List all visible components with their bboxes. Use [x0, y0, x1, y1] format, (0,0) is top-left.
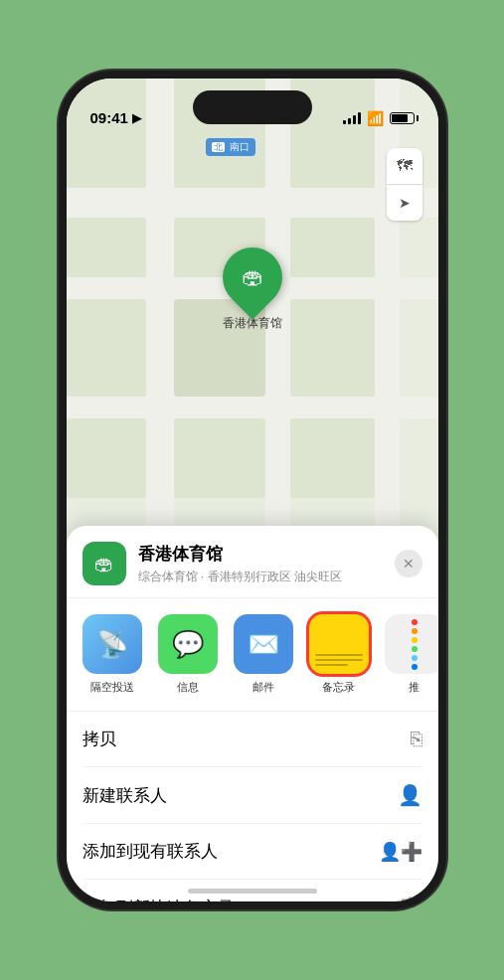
location-arrow-icon: ▶	[132, 111, 141, 125]
action-list: 拷贝 ⎘ 新建联系人 👤 添加到现有联系人 👤➕ 添加到新快速备忘录 📋 打印 …	[67, 712, 438, 909]
close-button[interactable]: ✕	[395, 550, 422, 577]
status-time: 09:41	[90, 109, 128, 126]
location-button[interactable]: ➤	[387, 185, 422, 221]
location-info: 香港体育馆 综合体育馆 · 香港特别行政区 油尖旺区	[138, 543, 395, 585]
messages-label: 信息	[177, 680, 199, 695]
location-card-icon: 🏟	[83, 542, 126, 585]
share-item-airdrop[interactable]: 📡 隔空投送	[83, 614, 142, 695]
phone-frame: 09:41 ▶ 📶	[59, 71, 446, 909]
more-label: 推	[409, 680, 420, 695]
copy-icon: ⎘	[411, 728, 422, 750]
svg-rect-14	[174, 418, 265, 498]
notes-icon	[309, 614, 369, 674]
location-name: 香港体育馆	[138, 543, 395, 566]
svg-rect-9	[290, 218, 375, 277]
mail-icon: ✉️	[234, 614, 293, 674]
share-item-more[interactable]: 推	[385, 614, 438, 695]
svg-rect-4	[146, 79, 174, 556]
quick-note-icon: 📋	[398, 896, 422, 909]
svg-rect-15	[290, 418, 375, 498]
airdrop-label: 隔空投送	[90, 680, 134, 695]
pin-circle: 🏟	[210, 236, 294, 320]
pin-icon: 🏟	[242, 264, 263, 290]
share-row: 📡 隔空投送 💬 信息 ✉️ 邮件	[67, 598, 438, 712]
action-quick-note[interactable]: 添加到新快速备忘录 📋	[83, 880, 422, 909]
add-existing-icon: 👤➕	[379, 841, 422, 863]
bottom-sheet: 🏟 香港体育馆 综合体育馆 · 香港特别行政区 油尖旺区 ✕ 📡 隔空投送 💬	[67, 526, 438, 901]
mail-label: 邮件	[252, 680, 274, 695]
add-existing-label: 添加到现有联系人	[83, 840, 218, 863]
airdrop-icon: 📡	[83, 614, 142, 674]
more-icon	[385, 614, 438, 674]
svg-rect-13	[67, 418, 146, 498]
notes-label: 备忘录	[322, 680, 355, 695]
action-new-contact[interactable]: 新建联系人 👤	[83, 767, 422, 824]
share-item-mail[interactable]: ✉️ 邮件	[234, 614, 293, 695]
messages-icon: 💬	[158, 614, 218, 674]
map-area: 北 南口 🗺 ➤ 🏟 香港体育馆	[67, 79, 438, 556]
map-entrance-label: 北 南口	[206, 138, 256, 156]
share-item-messages[interactable]: 💬 信息	[158, 614, 218, 695]
svg-rect-10	[67, 299, 146, 397]
battery-icon	[390, 112, 415, 124]
new-contact-icon: 👤	[398, 783, 422, 807]
action-copy[interactable]: 拷贝 ⎘	[83, 712, 422, 767]
wifi-icon: 📶	[367, 110, 384, 126]
svg-rect-7	[67, 218, 146, 277]
map-controls[interactable]: 🗺 ➤	[387, 148, 422, 221]
quick-note-label: 添加到新快速备忘录	[83, 897, 235, 910]
svg-rect-12	[290, 299, 375, 397]
map-view-toggle-button[interactable]: 🗺	[387, 148, 422, 184]
status-icons: 📶	[343, 110, 415, 126]
home-indicator	[188, 889, 317, 894]
location-subtitle: 综合体育馆 · 香港特别行政区 油尖旺区	[138, 569, 395, 585]
copy-label: 拷贝	[83, 728, 116, 750]
location-card: 🏟 香港体育馆 综合体育馆 · 香港特别行政区 油尖旺区 ✕	[67, 526, 438, 598]
share-item-notes[interactable]: 备忘录	[309, 614, 369, 695]
dynamic-island	[193, 90, 312, 124]
new-contact-label: 新建联系人	[83, 784, 167, 807]
signal-bars-icon	[343, 112, 361, 124]
location-pin: 🏟 香港体育馆	[223, 247, 282, 332]
action-add-existing-contact[interactable]: 添加到现有联系人 👤➕	[83, 824, 422, 880]
